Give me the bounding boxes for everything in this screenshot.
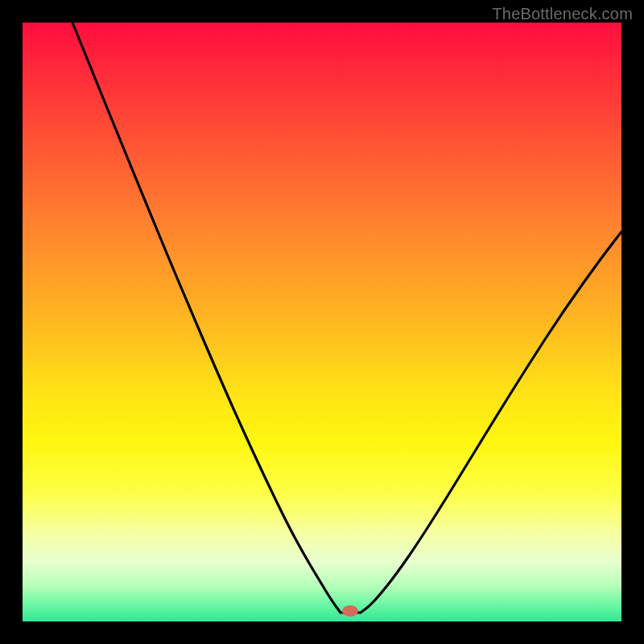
plot-area	[23, 23, 621, 621]
bottleneck-curve	[23, 23, 621, 621]
chart-frame: TheBottleneck.com	[0, 0, 644, 644]
curve-path	[72, 23, 621, 613]
min-marker	[342, 605, 358, 617]
watermark-text: TheBottleneck.com	[492, 5, 633, 23]
